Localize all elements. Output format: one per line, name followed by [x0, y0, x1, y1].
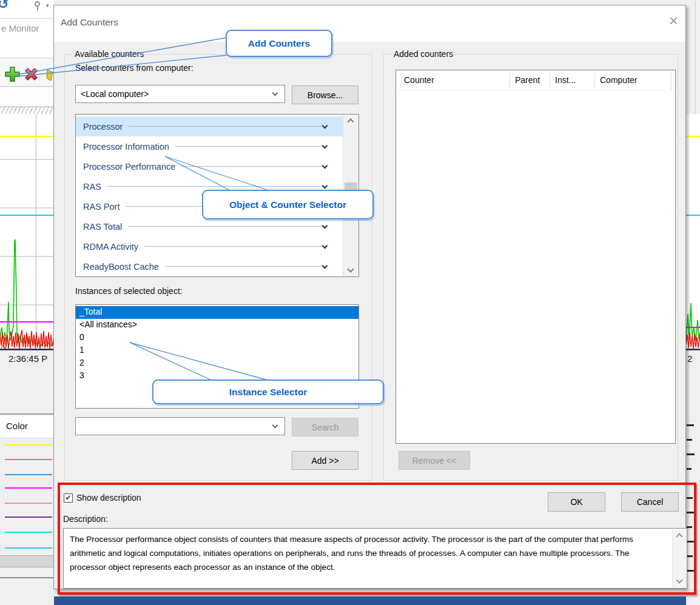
undo-icon[interactable]: ↺	[0, 0, 8, 12]
column-header-computer[interactable]: Computer	[600, 75, 637, 85]
counter-object-row[interactable]: ReadyBoost Cache	[76, 256, 358, 276]
legend-swatch[interactable]	[5, 459, 52, 460]
computer-combobox-value: <Local computer>	[81, 89, 149, 99]
chevron-down-icon[interactable]	[322, 223, 328, 229]
graph-hatch-band	[0, 107, 54, 114]
column-header-instance[interactable]: Inst...	[555, 75, 576, 85]
background-perfmon-left: ↺ ▾ e Monitor	[0, 0, 54, 605]
chevron-down-icon[interactable]	[322, 183, 328, 189]
text-fragment	[687, 453, 695, 455]
scroll-up-icon[interactable]	[347, 118, 354, 125]
instance-search-combobox[interactable]	[75, 417, 285, 435]
divider	[0, 413, 54, 415]
instances-label: Instances of selected object:	[75, 286, 183, 296]
dialog-title: Add Counters	[61, 17, 118, 28]
graph-plot	[0, 114, 54, 350]
legend-swatch[interactable]	[5, 503, 52, 504]
column-header-parent[interactable]: Parent	[515, 75, 540, 85]
counter-object-row[interactable]: Processor	[76, 116, 358, 136]
chevron-down-icon[interactable]: ▾	[46, 2, 49, 8]
instance-row[interactable]: <All instances>	[76, 319, 358, 332]
green-series	[0, 239, 54, 346]
dialog-titlebar[interactable]	[54, 5, 685, 42]
chevron-down-icon[interactable]	[322, 143, 328, 149]
perfmon-graph	[0, 114, 54, 350]
callout-object-counter-selector: Object & Counter Selector	[202, 190, 374, 219]
column-header-counter[interactable]: Counter	[404, 75, 434, 85]
leader-line	[144, 246, 326, 247]
header-underline	[397, 90, 675, 91]
add-button[interactable]: Add >>	[292, 451, 358, 470]
toolbar-gap-row	[0, 87, 54, 107]
leader-line	[129, 126, 326, 127]
leader-line	[128, 226, 326, 227]
counter-object-row[interactable]: RDMA Activity	[76, 236, 358, 256]
chevron-down-icon[interactable]	[322, 163, 328, 169]
legend-color-column-header[interactable]: Color	[0, 416, 54, 438]
graph-time-label: 2:36:45 P	[8, 353, 47, 364]
browse-button[interactable]: Browse...	[292, 85, 358, 104]
counter-object-name: Processor	[83, 122, 123, 132]
added-counters-group: Added counters Counter Parent Inst... Co…	[383, 54, 678, 481]
pushpin-icon-stem	[37, 7, 38, 10]
counter-object-row[interactable]: Processor Information	[76, 136, 358, 156]
pushpin-icon[interactable]	[35, 1, 40, 7]
legend-swatch[interactable]	[5, 516, 52, 518]
legend-swatch[interactable]	[5, 547, 52, 549]
column-divider[interactable]	[594, 73, 595, 90]
chevron-down-icon[interactable]	[322, 243, 328, 249]
computer-combobox[interactable]: <Local computer>	[75, 85, 285, 103]
divider	[695, 0, 696, 114]
callout-instance-selector: Instance Selector	[152, 379, 384, 404]
instance-row[interactable]: 0	[76, 332, 358, 344]
search-button[interactable]: Search	[292, 418, 358, 436]
counter-object-row[interactable]: Processor Performance	[76, 156, 358, 176]
instance-row[interactable]: 2	[76, 357, 358, 370]
chevron-down-icon[interactable]	[272, 423, 278, 429]
column-divider[interactable]	[671, 73, 671, 90]
leader-line	[175, 146, 326, 147]
chevron-down-icon[interactable]	[322, 263, 328, 269]
legend-swatch[interactable]	[5, 474, 52, 475]
divider	[0, 577, 54, 578]
red-highlight-rectangle	[58, 483, 696, 595]
scroll-down-icon[interactable]	[347, 266, 354, 272]
performance-monitor-tab-label: e Monitor	[1, 23, 39, 33]
delete-counter-x-icon[interactable]	[23, 66, 39, 82]
remove-button[interactable]: Remove <<	[399, 451, 470, 470]
available-counters-group-label: Available counters	[72, 49, 146, 59]
legend-swatch[interactable]	[5, 532, 52, 533]
callout-add-counters: Add Counters	[226, 30, 332, 57]
select-counters-label: Select counters from computer:	[75, 63, 194, 73]
legend-swatch[interactable]	[5, 444, 52, 446]
legend-rows	[0, 438, 54, 555]
perfmon-graph-right-fragment	[686, 114, 700, 350]
add-counter-plus-icon[interactable]	[4, 66, 21, 82]
legend-swatch[interactable]	[5, 487, 52, 489]
text-fragment	[687, 439, 692, 441]
divider	[0, 18, 54, 19]
horizontal-scrollbar[interactable]	[0, 555, 54, 567]
available-counters-group: Available counters Select counters from …	[64, 54, 372, 481]
column-divider[interactable]	[550, 73, 550, 90]
close-icon[interactable]: ×	[669, 13, 678, 28]
column-divider[interactable]	[510, 73, 510, 90]
instance-row[interactable]: _Total	[76, 306, 358, 319]
perfmon-toolbar	[0, 59, 54, 87]
leader-line	[181, 166, 326, 167]
chevron-down-icon[interactable]	[322, 123, 328, 129]
added-counters-group-label: Added counters	[391, 49, 456, 59]
graph-time-label-fragment: 2	[687, 353, 692, 364]
text-fragment	[687, 468, 692, 470]
instance-row[interactable]: 1	[76, 344, 358, 357]
text-fragment	[687, 424, 694, 426]
leader-line	[107, 186, 326, 187]
chevron-down-icon[interactable]	[272, 90, 278, 96]
added-counters-table: Counter Parent Inst... Computer	[395, 70, 676, 444]
leader-line	[165, 266, 326, 267]
